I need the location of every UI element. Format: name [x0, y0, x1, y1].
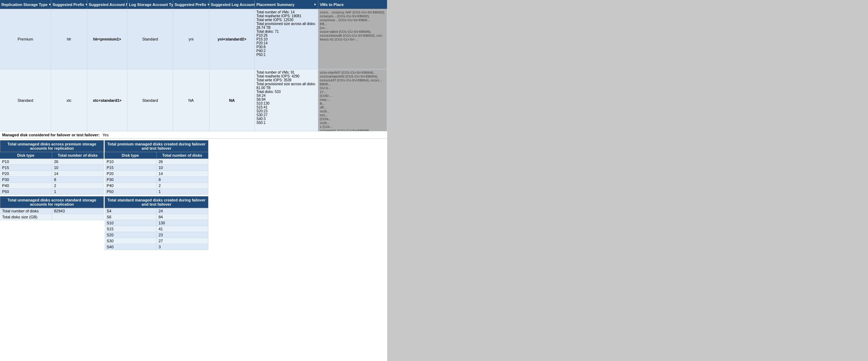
header-suggested-prefix-2[interactable]: Suggested Prefix ▼: [173, 0, 209, 9]
std-inner-wrapper: Total unmanaged disks across standard st…: [0, 196, 387, 250]
standard-managed-block: Total standard managed disks created dur…: [105, 196, 208, 250]
header-label-sp2: Suggested Prefix: [175, 2, 206, 7]
cell-log-account-name-premium: yni<standard2>: [209, 9, 255, 69]
filter-icon-sp2[interactable]: ▼: [207, 3, 209, 6]
disk-count-p40-unmanaged: 2: [52, 183, 104, 188]
list-item: P15 10: [0, 165, 104, 171]
rep-type-value: Premium: [18, 37, 33, 41]
list-item: S20 23: [105, 232, 208, 238]
premium-unmanaged-sub-header: Disk type Total number of disks: [0, 152, 104, 159]
std-managed-count-5: 27: [157, 238, 209, 244]
header-label-vms: VMs to Place: [320, 2, 344, 7]
rep-type-value-standard: Standard: [18, 98, 33, 102]
header-log-storage-type[interactable]: Log Storage Account Type ▼: [127, 0, 173, 9]
header-suggested-account-name[interactable]: Suggested Account Name ▼: [87, 0, 127, 9]
header-label-sp1: Suggested Prefix: [52, 2, 84, 7]
std-unmanaged-value-0: 82943: [52, 208, 104, 214]
disk-count-p20-managed: 14: [157, 171, 209, 176]
cell-log-prefix-premium: yni: [173, 9, 209, 69]
std-managed-count-1: 84: [157, 214, 209, 220]
header-replication-storage-type[interactable]: Replication Storage Type ▼: [0, 0, 51, 9]
disk-type-p20-managed: P20: [105, 171, 157, 176]
std-managed-disktype-3: S15: [105, 226, 157, 232]
left-panel: Replication Storage Type ▼ Suggested Pre…: [0, 0, 387, 361]
filter-icon-ps[interactable]: ▼: [314, 3, 317, 6]
list-item: P30 8: [0, 177, 104, 183]
disk-type-p20-unmanaged: P20: [0, 171, 52, 176]
list-item: S4 24: [105, 208, 208, 214]
log-type-value-standard: Standard: [142, 98, 158, 102]
premium-managed-block: Total premium managed disks created duri…: [105, 140, 208, 195]
sub-header-total-1: Total number of disks: [52, 152, 104, 158]
cell-vms-premium: co1m... co1a1cy..h0F (CO1-CU-SV-EB002), …: [318, 9, 387, 69]
prefix-value-premium: hlr: [67, 37, 71, 41]
header-suggested-prefix-1[interactable]: Suggested Prefix ▼: [51, 0, 87, 9]
premium-managed-sub-header: Disk type Total number of disks: [105, 152, 208, 159]
cell-log-prefix-standard: NA: [173, 69, 209, 131]
sub-header-disk-type-2: Disk type: [105, 152, 157, 158]
list-item: P20 14: [105, 171, 208, 177]
header-vms-to-place[interactable]: VMs to Place: [318, 0, 387, 9]
vms-value-standard: co1o-citynh07 (CO1-CU-SV-EB004), co1o1an…: [320, 70, 385, 131]
standard-tables-wrapper: Total unmanaged disks across standard st…: [0, 196, 387, 250]
cell-log-type-standard: Standard: [127, 69, 173, 131]
list-item: S30 27: [105, 238, 208, 244]
disk-count-p30-managed: 8: [157, 177, 209, 182]
main-wrapper: Replication Storage Type ▼ Suggested Pre…: [0, 0, 868, 361]
list-item: Total number of disks 82943: [0, 208, 104, 214]
list-item: P40 2: [0, 183, 104, 189]
managed-disk-value: Yes: [102, 133, 109, 137]
disk-type-p50-managed: P50: [105, 189, 157, 194]
list-item: P30 8: [105, 177, 208, 183]
list-item: P15 10: [105, 165, 208, 171]
list-item: S40 3: [105, 244, 208, 250]
disk-count-p15-unmanaged: 10: [52, 165, 104, 170]
managed-disk-row: Managed disk considered for failover or …: [0, 131, 387, 139]
standard-unmanaged-header: Total unmanaged disks across standard st…: [0, 196, 104, 208]
list-item: P10 26: [105, 159, 208, 165]
std-unmanaged-label-1: Total disks size (GB): [0, 214, 52, 220]
log-account-name-value-premium: yni<standard2>: [218, 37, 246, 41]
placement-value-premium: Total number of VMs: 14 Total read/write…: [256, 10, 316, 57]
log-prefix-value-premium: yni: [189, 37, 194, 41]
sub-header-disk-type-1: Disk type: [0, 152, 52, 158]
disk-count-p40-managed: 2: [157, 183, 209, 188]
list-item: P50 1: [0, 189, 104, 195]
std-managed-count-4: 23: [157, 232, 209, 238]
account-name-value-standard: xtc<standard1>: [93, 98, 121, 102]
list-item: P10 26: [0, 159, 104, 165]
filter-icon-rep[interactable]: ▼: [48, 3, 51, 6]
cell-account-name-premium: hlr<premium1>: [87, 9, 127, 69]
cell-placement-premium: Total number of VMs: 14 Total read/write…: [255, 9, 318, 69]
filter-icon-sp1[interactable]: ▼: [85, 3, 87, 6]
header-suggested-log-account-name[interactable]: Suggested Log Account Name ▼: [209, 0, 255, 9]
std-managed-disktype-4: S20: [105, 232, 157, 238]
list-item: S10 130: [105, 220, 208, 226]
cell-log-account-name-standard: NA: [209, 69, 255, 131]
standard-unmanaged-block: Total unmanaged disks across standard st…: [0, 196, 104, 250]
std-managed-disktype-5: S30: [105, 238, 157, 244]
cell-account-name-standard: xtc<standard1>: [87, 69, 127, 131]
log-account-name-value-standard: NA: [229, 98, 235, 102]
disk-count-p10-unmanaged: 26: [52, 159, 104, 164]
header-placement-summary[interactable]: Placement Summary ▼: [255, 0, 318, 9]
account-name-value-premium: hlr<premium1>: [93, 37, 121, 41]
cell-vms-standard: co1o-citynh07 (CO1-CU-SV-EB004), co1o1an…: [318, 69, 387, 131]
log-type-value-premium: Standard: [142, 37, 158, 41]
disk-count-p15-managed: 10: [157, 165, 209, 170]
premium-managed-header: Total premium managed disks created duri…: [105, 140, 208, 152]
cell-rep-type-premium: Premium: [0, 9, 51, 69]
disk-type-p40-unmanaged: P40: [0, 183, 52, 188]
disk-type-p30-unmanaged: P30: [0, 177, 52, 182]
disk-type-p15-unmanaged: P15: [0, 165, 52, 170]
placement-value-standard: Total number of VMs: 91 Total read/write…: [256, 70, 316, 125]
bottom-section: Total unmanaged disks across premium sto…: [0, 140, 387, 250]
header-label-slac: Suggested Log Account Name: [211, 2, 255, 7]
standard-managed-header: Total standard managed disks created dur…: [105, 196, 208, 208]
disk-count-p10-managed: 26: [157, 159, 209, 164]
cell-prefix-standard: xtc: [51, 69, 87, 131]
vms-value-premium: co1m... co1a1cy..h0F (CO1-CU-SV-EB002), …: [320, 10, 385, 41]
sub-header-total-2: Total number of disks: [157, 152, 209, 158]
header-label-ps: Placement Summary: [256, 2, 294, 7]
header-row: Replication Storage Type ▼ Suggested Pre…: [0, 0, 387, 9]
